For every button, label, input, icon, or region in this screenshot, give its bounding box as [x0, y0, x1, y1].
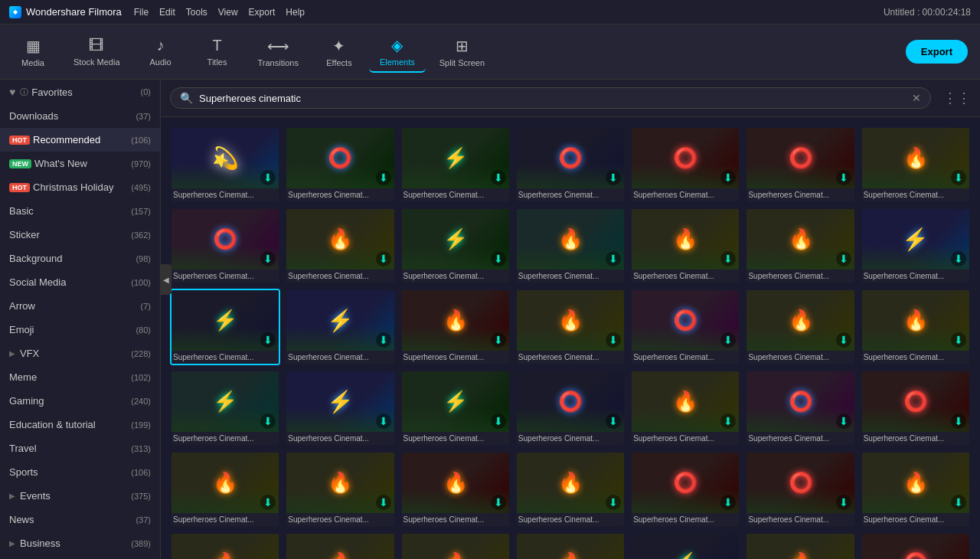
- media-item[interactable]: 🔥⬇Superheroes Cinemat...: [400, 532, 511, 559]
- download-icon[interactable]: ⬇: [951, 332, 966, 348]
- media-item[interactable]: ⚡⬇Superheroes Cinemat...: [285, 289, 395, 365]
- download-icon[interactable]: ⬇: [951, 495, 966, 510]
- download-icon[interactable]: ⬇: [376, 495, 391, 510]
- download-icon[interactable]: ⬇: [720, 414, 736, 429]
- toolbar-item-titles[interactable]: TTitles: [191, 31, 244, 73]
- media-item[interactable]: 🔥⬇Superheroes Cinemat...: [400, 289, 511, 365]
- sidebar-item-background[interactable]: Background(98): [0, 247, 160, 270]
- grid-toggle-icon[interactable]: ⋮⋮: [943, 90, 971, 106]
- download-icon[interactable]: ⬇: [720, 495, 736, 510]
- sidebar-item-christmas[interactable]: HOTChristmas Holiday(495): [0, 175, 160, 199]
- media-item[interactable]: 🔥⬇Superheroes Cinemat...: [285, 208, 395, 284]
- media-item[interactable]: ⭕⬇Superheroes Cinemat...: [745, 370, 855, 446]
- sidebar-item-whats-new[interactable]: NEWWhat's New(970): [0, 152, 160, 175]
- sidebar-item-basic[interactable]: Basic(157): [0, 199, 160, 223]
- media-item[interactable]: 🔥⬇Superheroes Cinemat...: [170, 532, 280, 559]
- media-item[interactable]: ⚡⬇Superheroes Cinemat...: [170, 289, 280, 365]
- search-input[interactable]: [199, 93, 906, 104]
- media-item[interactable]: ⭕⬇Superheroes Cinemat...: [630, 451, 740, 528]
- download-icon[interactable]: ⬇: [951, 414, 966, 429]
- media-item[interactable]: ⚡⬇Superheroes Cinemat...: [630, 532, 740, 559]
- search-clear-icon[interactable]: ✕: [912, 92, 921, 104]
- download-icon[interactable]: ⬇: [491, 414, 506, 429]
- menu-item-view[interactable]: View: [218, 7, 238, 18]
- menu-item-tools[interactable]: Tools: [186, 7, 207, 18]
- media-item[interactable]: ⭕⬇Superheroes Cinemat...: [170, 208, 280, 284]
- download-icon[interactable]: ⬇: [376, 251, 391, 266]
- download-icon[interactable]: ⬇: [260, 495, 276, 510]
- toolbar-item-transitions[interactable]: ⟷Transitions: [247, 31, 309, 73]
- sidebar-item-vfx[interactable]: ▶VFX(228): [0, 342, 160, 365]
- sidebar-item-sports[interactable]: Sports(106): [0, 460, 160, 484]
- sidebar-item-meme[interactable]: Meme(102): [0, 365, 160, 389]
- download-icon[interactable]: ⬇: [836, 251, 851, 266]
- download-icon[interactable]: ⬇: [836, 332, 851, 348]
- media-item[interactable]: 🔥⬇Superheroes Cinemat...: [861, 126, 971, 203]
- sidebar-collapse-toggle[interactable]: ◀: [161, 264, 172, 295]
- media-item[interactable]: ⚡⬇Superheroes Cinemat...: [400, 126, 511, 203]
- download-icon[interactable]: ⬇: [376, 414, 391, 429]
- toolbar-item-effects[interactable]: ✦Effects: [312, 31, 366, 73]
- media-item[interactable]: 🔥⬇Superheroes Cinemat...: [630, 370, 740, 446]
- media-item[interactable]: 🔥⬇Superheroes Cinemat...: [745, 289, 855, 365]
- export-button[interactable]: Export: [906, 40, 968, 64]
- media-item[interactable]: 💫⬇Superheroes Cinemat...: [170, 126, 280, 203]
- download-icon[interactable]: ⬇: [836, 414, 851, 429]
- sidebar-item-favorites[interactable]: ♥ⓘFavorites(0): [0, 80, 160, 104]
- media-item[interactable]: ⭕⬇Superheroes Cinemat...: [515, 126, 626, 203]
- download-icon[interactable]: ⬇: [606, 495, 621, 510]
- download-icon[interactable]: ⬇: [836, 495, 851, 510]
- media-item[interactable]: ⚡⬇Superheroes Cinemat...: [400, 370, 511, 446]
- sidebar-item-emoji[interactable]: Emoji(80): [0, 318, 160, 342]
- download-icon[interactable]: ⬇: [606, 332, 621, 348]
- download-icon[interactable]: ⬇: [606, 414, 621, 429]
- menu-item-export[interactable]: Export: [249, 7, 276, 18]
- sidebar-item-gaming[interactable]: Gaming(240): [0, 389, 160, 413]
- media-item[interactable]: ⚡⬇Superheroes Cinemat...: [170, 370, 280, 446]
- media-item[interactable]: ⭕⬇Superheroes Cinemat...: [861, 532, 971, 559]
- download-icon[interactable]: ⬇: [260, 251, 276, 266]
- toolbar-item-splitscreen[interactable]: ⊞Split Screen: [429, 31, 495, 73]
- media-item[interactable]: 🔥⬇Superheroes Cinemat...: [861, 289, 971, 365]
- toolbar-item-stock[interactable]: 🎞Stock Media: [63, 31, 131, 73]
- sidebar-item-recommended[interactable]: HOTRecommended(106): [0, 128, 160, 152]
- sidebar-item-travel[interactable]: Travel(313): [0, 436, 160, 460]
- download-icon[interactable]: ⬇: [951, 170, 966, 185]
- media-item[interactable]: 🔥⬇Superheroes Cinemat...: [515, 289, 626, 365]
- download-icon[interactable]: ⬇: [606, 251, 621, 266]
- sidebar-item-arrow[interactable]: Arrow(7): [0, 294, 160, 318]
- search-input-wrap[interactable]: 🔍 ✕: [170, 87, 931, 109]
- media-item[interactable]: ⭕⬇Superheroes Cinemat...: [745, 126, 855, 203]
- media-item[interactable]: 🔥⬇Superheroes Cinemat...: [745, 532, 855, 559]
- media-item[interactable]: ⭕⬇Superheroes Cinemat...: [285, 126, 395, 203]
- media-item[interactable]: 🔥⬇Superheroes Cinemat...: [400, 451, 511, 528]
- media-item[interactable]: ⚡⬇Superheroes Cinemat...: [400, 208, 511, 284]
- media-item[interactable]: ⭕⬇Superheroes Cinemat...: [515, 370, 626, 446]
- download-icon[interactable]: ⬇: [491, 251, 506, 266]
- toolbar-item-audio[interactable]: ♪Audio: [134, 31, 188, 73]
- menu-item-help[interactable]: Help: [286, 7, 305, 18]
- media-item[interactable]: 🔥⬇Superheroes Cinemat...: [285, 532, 395, 559]
- sidebar-item-education[interactable]: Education & tutorial(199): [0, 413, 160, 436]
- download-icon[interactable]: ⬇: [606, 170, 621, 185]
- menu-item-file[interactable]: File: [134, 7, 149, 18]
- toolbar-item-elements[interactable]: ◈Elements: [369, 31, 426, 73]
- sidebar-item-downloads[interactable]: Downloads(37): [0, 104, 160, 128]
- toolbar-item-media[interactable]: ▦Media: [6, 31, 60, 73]
- download-icon[interactable]: ⬇: [491, 332, 506, 348]
- sidebar-item-events[interactable]: ▶Events(375): [0, 484, 160, 508]
- download-icon[interactable]: ⬇: [491, 170, 506, 185]
- media-item[interactable]: 🔥⬇Superheroes Cinemat...: [515, 532, 626, 559]
- media-item[interactable]: 🔥⬇Superheroes Cinemat...: [285, 451, 395, 528]
- sidebar-item-business[interactable]: ▶Business(389): [0, 531, 160, 555]
- download-icon[interactable]: ⬇: [260, 414, 276, 429]
- media-item[interactable]: 🔥⬇Superheroes Cinemat...: [861, 451, 971, 528]
- media-item[interactable]: 🔥⬇Superheroes Cinemat...: [515, 208, 626, 284]
- media-item[interactable]: ⭕⬇Superheroes Cinemat...: [630, 126, 740, 203]
- download-icon[interactable]: ⬇: [836, 170, 851, 185]
- media-item[interactable]: 🔥⬇Superheroes Cinemat...: [630, 208, 740, 284]
- media-item[interactable]: 🔥⬇Superheroes Cinemat...: [515, 451, 626, 528]
- download-icon[interactable]: ⬇: [260, 332, 276, 348]
- sidebar-item-social-media[interactable]: Social Media(100): [0, 270, 160, 294]
- download-icon[interactable]: ⬇: [491, 495, 506, 510]
